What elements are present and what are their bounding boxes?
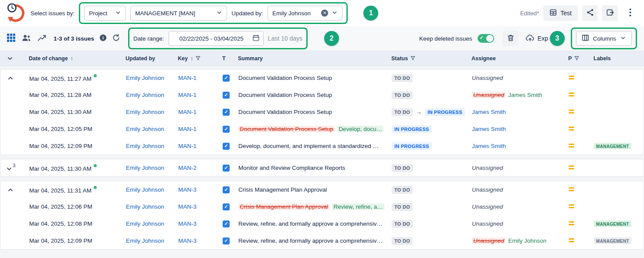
grid-view-icon[interactable] [7,34,15,44]
date-of-change-value: Mar 04, 2025, 12:08 PM [29,220,92,227]
updated-by-link[interactable]: Emily Johnson [126,92,164,98]
table-row[interactable]: Mar 04, 2025, 11:28 AMEmily JohnsonMAN-1… [0,86,644,103]
history-table-body: Mar 04, 2025, 11:27 AMEmily JohnsonMAN-1… [0,66,644,250]
assignee-unassigned: Unassigned [472,203,503,210]
people-view-icon[interactable] [22,34,31,44]
assignee-link[interactable]: James Smith [472,143,506,149]
date-range-label: Date range: [133,35,164,42]
calendar-icon[interactable] [252,34,260,43]
issue-key-link[interactable]: MAN-1 [178,75,197,81]
assignee-link[interactable]: James Smith [472,109,506,115]
table-row[interactable]: Mar 04, 2025, 12:05 PMEmily JohnsonMAN-1… [0,120,644,138]
sort-ascending-icon[interactable]: ↑ [71,55,74,62]
keep-deleted-toggle[interactable]: ✓ [478,34,494,43]
priority-medium-icon [569,108,574,115]
labels-cell: MANAGEMENT [587,220,644,227]
project-value-dropdown[interactable]: MANAGEMENT [MAN] [130,6,227,21]
updated-by-link[interactable]: Emily Johnson [126,220,164,227]
table-row[interactable]: Mar 04, 2025, 12:08 PMEmily JohnsonMAN-3… [0,215,644,232]
chevron-down-icon [620,35,626,42]
priority-medium-icon [569,164,574,171]
issue-key-link[interactable]: MAN-1 [178,109,197,115]
label-chip: MANAGEMENT [594,220,631,227]
date-of-change-value: Mar 04, 2025, 11:30 AM [29,109,92,115]
table-row[interactable]: Mar 04, 2025, 11:30 AMEmily JohnsonMAN-1… [0,103,644,120]
updated-by-link[interactable]: Emily Johnson [126,186,164,193]
assignee-removed: Unassigned [472,237,505,244]
export-report-button[interactable] [602,5,618,21]
row-expander-cell [0,186,20,193]
priority-medium-icon [569,220,574,227]
priority-cell [562,125,587,133]
updated-by-link[interactable]: Emily Johnson [126,75,164,81]
updated-by-link[interactable]: Emily Johnson [126,203,164,210]
updated-by-cell: Emily Johnson [119,126,171,132]
collapse-group-icon[interactable] [7,186,14,193]
status-cell: TO DO [385,237,465,245]
clear-filter-icon[interactable]: ✕ [321,10,328,17]
updated-by-link[interactable]: Emily Johnson [126,109,164,115]
issue-key-cell: MAN-1 [171,143,216,149]
issue-key-link[interactable]: MAN-1 [178,143,197,149]
task-type-icon: ✓ [223,165,230,172]
refresh-icon[interactable] [112,34,120,44]
row-expander-cell: 3 [0,163,20,172]
table-row[interactable]: Mar 04, 2025, 11:27 AMEmily JohnsonMAN-1… [0,69,644,86]
issue-key-link[interactable]: MAN-3 [178,186,197,193]
assignee-cell: UnassignedEmily Johnson [465,237,562,244]
label-chip: MANAGEMENT [594,143,631,149]
filter-icon[interactable] [574,56,579,61]
date-of-change-cell: Mar 04, 2025, 12:08 PM [20,220,119,227]
trash-icon [507,34,515,43]
issue-key-link[interactable]: MAN-3 [178,220,197,227]
task-type-icon: ✓ [223,220,230,227]
test-button[interactable]: Test [543,5,578,21]
status-badge-todo: TO DO [392,91,413,99]
updated-by-link[interactable]: Emily Johnson [126,126,164,132]
updated-by-link[interactable]: Emily Johnson [126,143,164,149]
expand-group-icon[interactable] [6,165,13,172]
assignee-cell: Unassigned [465,220,562,227]
priority-medium-icon [569,186,574,193]
date-of-change-value: Mar 04, 2025, 11:27 AM [29,76,92,82]
table-row[interactable]: 3Mar 04, 2025, 11:30 AMEmily JohnsonMAN-… [0,159,644,176]
priority-cell [562,203,587,211]
issue-key-link[interactable]: MAN-3 [178,203,197,210]
info-icon[interactable]: i [99,34,107,43]
columns-button[interactable]: Columns [576,31,632,46]
assignee-link[interactable]: James Smith [472,126,506,132]
issue-key-link[interactable]: MAN-2 [178,165,197,171]
updated-by-dropdown[interactable]: Emily Johnson ✕ [268,6,342,21]
assignee-cell: UnassignedJames Smith [465,92,562,98]
expand-all-icon[interactable] [7,55,14,62]
table-row[interactable]: Mar 04, 2025, 12:09 PMEmily JohnsonMAN-1… [0,138,644,155]
chart-view-icon[interactable] [37,34,47,44]
summary-removed: Crisis Management Plan Approval [238,203,329,210]
select-issues-by-dropdown[interactable]: Project [84,6,126,21]
filter-icon[interactable] [196,56,200,61]
table-row[interactable]: Mar 04, 2025, 12:06 PMEmily JohnsonMAN-3… [0,198,644,215]
issue-key-link[interactable]: MAN-3 [178,237,197,244]
date-range-input[interactable]: 02/22/2025 - 03/04/2025 [169,31,264,46]
delete-button[interactable] [503,31,519,46]
updated-by-link[interactable]: Emily Johnson [126,165,164,171]
table-row[interactable]: Mar 04, 2025, 11:31 AMEmily JohnsonMAN-3… [0,181,644,198]
share-button[interactable] [582,5,598,21]
annotation-badge-3: 3 [550,31,565,46]
status-badge-todo: TO DO [392,186,413,194]
issues-count-label: 1-3 of 3 issues [54,35,94,42]
filter-icon[interactable] [410,56,415,61]
export-button[interactable]: Exp [524,31,550,46]
sort-ascending-icon[interactable]: ↑ [190,55,193,62]
more-menu-button[interactable] [622,5,638,21]
priority-cell [562,91,587,99]
collapse-group-icon[interactable] [7,75,14,82]
chevron-down-icon [216,10,222,17]
column-header-labels: Labels [586,55,644,62]
column-header-label: Updated by [125,55,155,62]
table-row[interactable]: Mar 04, 2025, 12:09 PMEmily JohnsonMAN-3… [0,232,644,249]
issue-key-link[interactable]: MAN-1 [178,92,197,98]
issue-key-link[interactable]: MAN-1 [178,126,197,132]
updated-by-link[interactable]: Emily Johnson [126,237,164,244]
task-type-icon: ✓ [223,237,230,244]
